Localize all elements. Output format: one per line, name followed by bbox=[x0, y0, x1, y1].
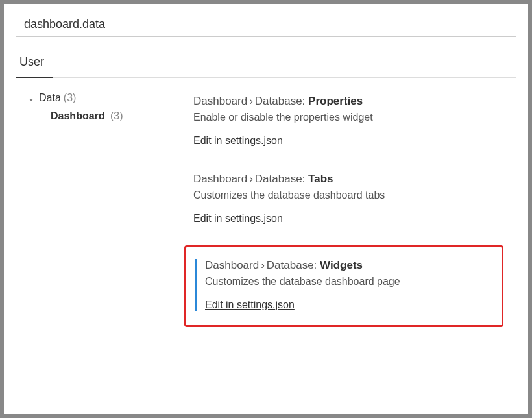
tree-item-count: (3) bbox=[110, 110, 123, 121]
setting-title: Dashboard›Database: Properties bbox=[193, 95, 503, 108]
tree-item-dashboard[interactable]: Dashboard (3) bbox=[26, 106, 184, 122]
setting-item-tabs: Dashboard›Database: Tabs Customizes the … bbox=[184, 167, 503, 241]
settings-tabs: User bbox=[16, 49, 516, 78]
settings-tree: ⌄ Data (3) Dashboard (3) bbox=[16, 90, 184, 331]
setting-item-widgets: Dashboard›Database: Widgets Customizes t… bbox=[184, 245, 503, 327]
tree-item-label: Dashboard bbox=[51, 110, 105, 121]
setting-title: Dashboard›Database: Widgets bbox=[205, 259, 490, 272]
edit-in-settings-json-link[interactable]: Edit in settings.json bbox=[193, 213, 283, 224]
settings-search-input[interactable] bbox=[16, 12, 516, 37]
edit-in-settings-json-link[interactable]: Edit in settings.json bbox=[193, 135, 283, 146]
tree-item-label: Data bbox=[39, 92, 61, 104]
edit-in-settings-json-link[interactable]: Edit in settings.json bbox=[205, 299, 295, 310]
chevron-down-icon: ⌄ bbox=[26, 93, 36, 103]
tree-item-data[interactable]: ⌄ Data (3) bbox=[26, 90, 184, 106]
setting-item-properties: Dashboard›Database: Properties Enable or… bbox=[184, 90, 503, 164]
tree-item-count: (3) bbox=[64, 92, 77, 104]
tab-user[interactable]: User bbox=[16, 49, 53, 78]
setting-description: Customizes the database dashboard page bbox=[205, 276, 490, 288]
setting-description: Enable or disable the properties widget bbox=[193, 112, 503, 123]
setting-title: Dashboard›Database: Tabs bbox=[193, 173, 503, 186]
setting-description: Customizes the database dashboard tabs bbox=[193, 190, 503, 201]
settings-list: Dashboard›Database: Properties Enable or… bbox=[184, 90, 516, 331]
